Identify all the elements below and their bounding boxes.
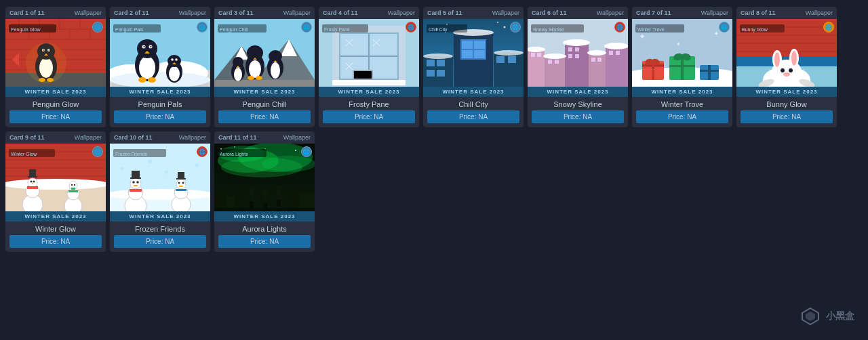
card-label-1: Card 1 of 11 — [9, 9, 45, 16]
svg-point-40 — [143, 46, 144, 47]
card-label-11: Card 11 of 11 — [218, 134, 257, 141]
card-globe-3[interactable]: 🌐 — [301, 22, 312, 33]
card-image-4[interactable]: Frosty Pane 🌐 WINTER SALE 2023 — [319, 19, 419, 97]
card-image-5[interactable]: Chill City 🌐 WINTER SALE 2023 — [423, 19, 524, 97]
card-banner-4: WINTER SALE 2023 — [319, 87, 419, 97]
card-10: Card 10 of 11 Wallpaper ❄ — [110, 131, 210, 252]
card-5: Card 5 of 11 Wallpaper — [423, 7, 524, 127]
card-globe-4[interactable]: 🌐 — [406, 22, 416, 33]
svg-rect-144 — [642, 64, 664, 66]
card-art-11: Aurora Lights — [214, 144, 315, 221]
svg-rect-123 — [575, 47, 579, 51]
card-price-1[interactable]: Price: NA — [9, 110, 102, 123]
card-type-2: Wallpaper — [179, 9, 206, 16]
svg-point-107 — [504, 26, 506, 28]
svg-point-214 — [132, 181, 135, 184]
card-header-1: Card 1 of 11 Wallpaper — [5, 7, 106, 19]
card-globe-1[interactable]: 🌐 — [92, 22, 103, 33]
card-art-3: Penguin Chill — [214, 19, 315, 97]
card-type-1: Wallpaper — [75, 9, 102, 16]
card-globe-8[interactable]: 🌐 — [823, 22, 834, 33]
svg-point-108 — [497, 22, 498, 23]
svg-point-70 — [234, 68, 242, 81]
card-globe-9[interactable]: 🌐 — [92, 146, 103, 157]
svg-point-194 — [32, 183, 33, 184]
card-6: Card 6 of 11 Wallpaper — [528, 7, 628, 127]
svg-rect-226 — [176, 189, 186, 191]
svg-point-223 — [178, 182, 180, 184]
card-image-6[interactable]: Snowy Skyline 🌐 WINTER SALE 2023 — [528, 19, 628, 97]
card-price-9[interactable]: Price: NA — [9, 235, 102, 248]
card-banner-5: WINTER SALE 2023 — [423, 87, 524, 97]
card-price-6[interactable]: Price: NA — [532, 110, 624, 123]
card-price-10[interactable]: Price: NA — [114, 235, 206, 248]
card-price-4[interactable]: Price: NA — [323, 110, 415, 123]
card-header-7: Card 7 of 11 Wallpaper — [632, 7, 732, 19]
card-image-1[interactable]: Penguin Glow 🌐 WINTER SALE 2023 — [5, 19, 106, 97]
svg-point-192 — [31, 181, 33, 183]
svg-text:Aurora Lights: Aurora Lights — [220, 152, 248, 157]
svg-point-176 — [783, 72, 790, 77]
card-header-4: Card 4 of 11 Wallpaper — [319, 7, 419, 19]
svg-point-175 — [789, 68, 793, 72]
card-type-11: Wallpaper — [283, 134, 311, 141]
card-label-7: Card 7 of 11 — [636, 9, 671, 16]
card-art-10: ❄ ❄ ❄ ❄ Frozen Friends — [110, 144, 210, 221]
card-image-2[interactable]: Penguin Pals 🌐 WINTER SALE 2023 — [110, 19, 210, 97]
card-globe-7[interactable]: 🌐 — [719, 22, 730, 33]
svg-text:❄: ❄ — [120, 166, 125, 172]
card-price-7[interactable]: Price: NA — [636, 110, 728, 123]
svg-text:Chill City: Chill City — [429, 27, 448, 33]
card-image-8[interactable]: Bunny Glow 🌐 WINTER SALE 2023 — [736, 19, 837, 97]
card-image-3[interactable]: Penguin Chill 🌐 WINTER SALE 2023 — [214, 19, 315, 97]
card-grid: Card 1 of 11 Wallpaper — [0, 0, 868, 259]
svg-point-44 — [148, 77, 156, 83]
svg-text:Bunny Glow: Bunny Glow — [742, 27, 768, 33]
svg-rect-149 — [669, 65, 695, 67]
card-title-10: Frozen Friends — [110, 221, 210, 235]
card-image-7[interactable]: ✦ ✦ ✦ Winter Trove 🌐 WINTER SALE 2023 — [632, 19, 732, 97]
svg-rect-119 — [537, 53, 541, 57]
svg-point-48 — [171, 58, 174, 61]
card-label-10: Card 10 of 11 — [114, 134, 153, 141]
svg-rect-96 — [437, 60, 445, 66]
card-title-2: Penguin Pals — [110, 97, 210, 110]
card-label-3: Card 3 of 11 — [218, 9, 254, 16]
svg-rect-122 — [568, 47, 572, 51]
card-price-2[interactable]: Price: NA — [114, 110, 206, 123]
svg-point-133 — [587, 50, 606, 56]
card-price-8[interactable]: Price: NA — [741, 110, 833, 123]
card-image-11[interactable]: Aurora Lights 🌐 WINTER SALE 2023 — [214, 144, 315, 221]
card-banner-1: WINTER SALE 2023 — [5, 87, 106, 97]
svg-point-64 — [256, 76, 262, 80]
card-1: Card 1 of 11 Wallpaper — [5, 7, 106, 127]
card-globe-10[interactable]: 🌐 — [197, 146, 208, 157]
card-globe-11[interactable]: 🌐 — [301, 146, 312, 157]
svg-point-37 — [137, 39, 157, 58]
svg-rect-128 — [609, 51, 613, 55]
card-globe-6[interactable]: 🌐 — [614, 22, 625, 33]
svg-text:❄: ❄ — [147, 158, 153, 165]
svg-rect-204 — [68, 190, 78, 192]
card-price-11[interactable]: Price: NA — [218, 235, 311, 248]
card-title-9: Winter Glow — [5, 221, 106, 235]
card-label-5: Card 5 of 11 — [427, 9, 462, 16]
card-header-9: Card 9 of 11 Wallpaper — [5, 131, 106, 144]
svg-point-134 — [604, 43, 628, 49]
svg-rect-83 — [332, 80, 406, 85]
svg-point-43 — [138, 77, 146, 83]
svg-point-210 — [110, 189, 210, 200]
svg-rect-93 — [474, 50, 485, 58]
card-header-8: Card 8 of 11 Wallpaper — [736, 7, 837, 19]
card-image-10[interactable]: ❄ ❄ ❄ ❄ Frozen Friends 🌐 WINTER SALE 202… — [110, 144, 210, 221]
card-globe-5[interactable]: 🌐 — [510, 22, 521, 33]
card-globe-2[interactable]: 🌐 — [197, 22, 208, 33]
card-price-5[interactable]: Price: NA — [427, 110, 519, 123]
card-image-9[interactable]: Winter Glow 🌐 WINTER SALE 2023 — [5, 144, 106, 221]
svg-text:✦: ✦ — [639, 32, 646, 41]
card-banner-7: WINTER SALE 2023 — [632, 87, 732, 97]
card-price-3[interactable]: Price: NA — [218, 110, 311, 123]
card-label-6: Card 6 of 11 — [532, 9, 567, 16]
card-type-7: Wallpaper — [701, 9, 728, 16]
svg-point-66 — [271, 62, 280, 79]
